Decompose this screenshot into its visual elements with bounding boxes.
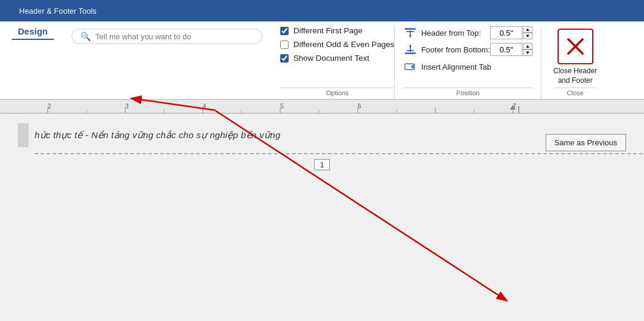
search-icon: 🔍 [80,32,91,41]
svg-marker-27 [510,105,516,110]
options-group-content: Different First Page Different Odd & Eve… [280,26,394,85]
close-group-label: Close [553,88,597,99]
svg-rect-0 [405,28,416,30]
different-odd-even-label: Different Odd & Even Pages [293,40,394,49]
checkbox-different-first-page[interactable]: Different First Page [280,26,394,35]
footer-from-bottom-spinner[interactable]: ▲ ▼ [490,43,532,56]
different-first-page-checkbox[interactable] [280,27,289,35]
design-tab-section: Design [12,26,54,45]
insert-alignment-icon [403,61,417,73]
footer-from-bottom-up[interactable]: ▲ [523,43,532,49]
header-from-top-spinner-btns[interactable]: ▲ ▼ [523,26,532,39]
ribbon-groups: Different First Page Different Odd & Eve… [280,26,632,99]
footer-from-bottom-icon [403,43,417,55]
header-from-top-icon [403,27,417,39]
ribbon-tab-bar: Header & Footer Tools [0,0,644,21]
ruler-ticks-svg [0,100,644,113]
show-document-text-label: Show Document Text [293,54,369,63]
design-tab-label[interactable]: Design [12,26,54,40]
ribbon-body: Design 🔍 Different First Page [0,21,644,99]
svg-marker-7 [409,45,411,47]
header-from-top-input[interactable] [490,26,522,39]
checkbox-show-document-text[interactable]: Show Document Text [280,54,394,63]
different-first-page-label: Different First Page [293,26,363,35]
position-group-label: Position [403,88,532,99]
header-from-top-up[interactable]: ▲ [523,26,532,33]
different-odd-even-checkbox[interactable] [280,40,289,49]
left-margin-indicator [18,123,29,147]
position-group-content: Header from Top: ▲ ▼ [403,26,532,85]
close-label[interactable]: Close Header and Footer [553,67,597,85]
insert-alignment-tab-row[interactable]: Insert Alignment Tab [403,61,532,73]
footer-from-bottom-spinner-btns[interactable]: ▲ ▼ [523,43,532,56]
footer-from-bottom-row: Footer from Bottom: ▲ ▼ [403,43,532,56]
position-group: Header from Top: ▲ ▼ [394,26,541,99]
header-from-top-down[interactable]: ▼ [523,33,532,39]
options-group-label: Options [280,88,394,99]
close-group: Close Header and Footer Close [541,26,609,99]
header-from-top-row: Header from Top: ▲ ▼ [403,26,532,39]
checkbox-different-odd-even[interactable]: Different Odd & Even Pages [280,40,394,49]
ruler-marks-container: 2 3 4 5 6 7 [0,100,644,113]
insert-alignment-tab-label[interactable]: Insert Alignment Tab [421,63,491,71]
close-header-footer-button[interactable] [558,29,593,64]
svg-rect-4 [405,52,416,54]
options-group: Different First Page Different Odd & Eve… [280,26,394,99]
show-document-text-checkbox[interactable] [280,54,289,63]
header-from-top-label: Header from Top: [421,29,481,38]
ruler: 2 3 4 5 6 7 [0,99,644,114]
close-group-content: Close Header and Footer [553,26,597,85]
header-footer-tools-label: Header & Footer Tools [12,3,104,19]
document-body-text: hức thực tế - Nền tảng vững chắc cho sự … [35,130,620,141]
same-as-previous-button[interactable]: Same as Previous [546,134,627,151]
header-from-top-spinner[interactable]: ▲ ▼ [490,26,532,39]
footer-from-bottom-label: Footer from Bottom: [421,45,490,54]
svg-marker-3 [409,35,411,38]
search-bar[interactable]: 🔍 [72,29,262,44]
document-area: hức thực tế - Nền tảng vững chắc cho sự … [0,114,644,170]
search-input[interactable] [95,32,253,41]
footer-from-bottom-input[interactable] [490,43,522,56]
footer-from-bottom-down[interactable]: ▼ [523,49,532,56]
document-content-row: hức thực tế - Nền tảng vững chắc cho sự … [0,123,644,153]
document-text-area: hức thực tế - Nền tảng vững chắc cho sự … [35,130,620,141]
page-number-badge: 1 [314,159,329,170]
page-number-area: 1 [0,154,644,170]
